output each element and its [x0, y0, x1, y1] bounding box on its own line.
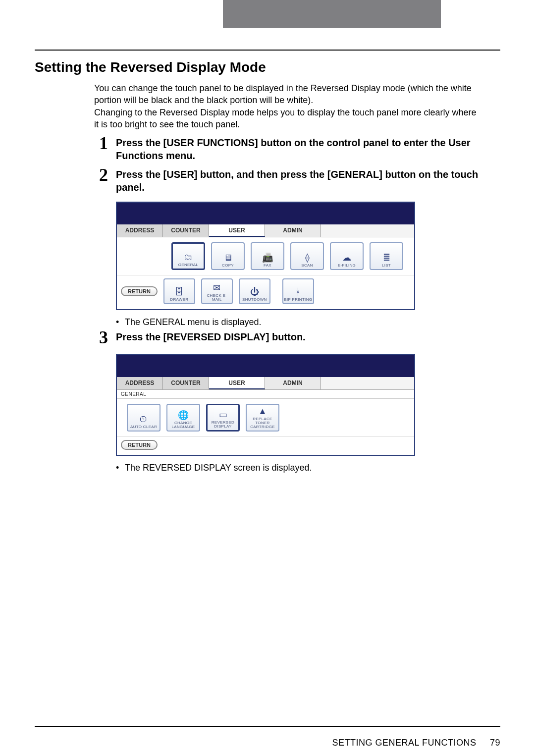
tab-admin[interactable]: ADMIN: [265, 377, 321, 389]
copy-label: COPY: [222, 264, 234, 268]
auto-clear-icon: ⏲: [136, 413, 151, 425]
replace-toner-button[interactable]: ▲ REPLACE TONER CARTRIDGE: [246, 404, 279, 432]
icon-row-2: RETURN 🗄 DRAWER ✉ CHECK E-MAIL ⏻ SHUTDOW…: [117, 275, 414, 309]
auto-clear-button[interactable]: ⏲ AUTO CLEAR: [127, 404, 160, 432]
copy-button[interactable]: 🖥 COPY: [211, 242, 245, 270]
tab-row: ADDRESS COUNTER USER ADMIN: [117, 224, 414, 237]
step-text: Press the [USER FUNCTIONS] button on the…: [116, 136, 481, 162]
tab-admin[interactable]: ADMIN: [265, 224, 321, 237]
globe-icon: 🌐: [176, 409, 191, 421]
return-button[interactable]: RETURN: [121, 440, 158, 450]
replace-toner-label: REPLACE TONER CARTRIDGE: [250, 417, 275, 429]
step-text: Press the [USER] button, and then press …: [116, 168, 481, 194]
drawer-icon: 🗄: [172, 286, 187, 298]
auto-clear-label: AUTO CLEAR: [130, 425, 157, 429]
list-icon: ≣: [379, 252, 394, 264]
reversed-display-icon: ▭: [215, 409, 230, 421]
bip-printing-label: BIP PRINTING: [284, 298, 312, 302]
icon-row: ⏲ AUTO CLEAR 🌐 CHANGE LANGUAGE ▭ REVERSE…: [117, 399, 414, 436]
touch-panel-general-menu: ADDRESS COUNTER USER ADMIN GENERAL ⏲ AUT…: [116, 354, 415, 456]
panel-titlebar: [117, 203, 414, 224]
scan-button[interactable]: ⟠ SCAN: [290, 242, 324, 270]
check-email-button[interactable]: ✉ CHECK E-MAIL: [201, 278, 233, 304]
tab-counter[interactable]: COUNTER: [163, 377, 209, 389]
efiling-icon: ☁: [339, 252, 354, 264]
bottom-row: RETURN: [117, 436, 414, 455]
tab-user[interactable]: USER: [209, 224, 265, 237]
shutdown-icon: ⏻: [247, 286, 262, 298]
step-3: 3 Press the [REVERSED DISPLAY] button.: [99, 330, 481, 346]
tab-address[interactable]: ADDRESS: [117, 377, 163, 389]
reversed-display-button[interactable]: ▭ REVERSED DISPLAY: [206, 404, 240, 432]
scan-icon: ⟠: [300, 252, 315, 264]
step-number: 1: [99, 134, 116, 152]
top-rule: [35, 50, 500, 51]
note-after-step3: The REVERSED DISPLAY screen is displayed…: [125, 463, 312, 473]
page-number: 79: [490, 738, 500, 748]
note-after-step2: The GENERAL menu is displayed.: [125, 317, 261, 327]
icon-row-1: 🗂 GENERAL 🖥 COPY 📠 FAX ⟠ SCAN ☁ E-F: [117, 237, 414, 275]
email-icon: ✉: [210, 282, 224, 294]
step-1: 1 Press the [USER FUNCTIONS] button on t…: [99, 136, 481, 162]
efiling-label: E-FILING: [338, 264, 356, 268]
general-button[interactable]: 🗂 GENERAL: [171, 242, 205, 270]
tab-counter[interactable]: COUNTER: [163, 224, 209, 237]
copy-icon: 🖥: [220, 252, 235, 264]
intro-paragraph-2: Changing to the Reversed Display mode he…: [94, 107, 481, 131]
footer-section: SETTING GENERAL FUNCTIONS: [332, 738, 477, 748]
scan-label: SCAN: [301, 264, 313, 268]
general-icon: 🗂: [181, 251, 196, 263]
reversed-display-label: REVERSED DISPLAY: [212, 421, 234, 429]
fax-button[interactable]: 📠 FAX: [251, 242, 284, 270]
step-number: 2: [99, 166, 116, 184]
page-title: Setting the Reversed Display Mode: [35, 59, 500, 75]
submenu-label: GENERAL: [117, 390, 414, 399]
tab-row: ADDRESS COUNTER USER ADMIN: [117, 377, 414, 390]
list-label: LIST: [382, 264, 391, 268]
header-gray-block: [35, 0, 500, 28]
bip-printing-button[interactable]: ᚼ BIP PRINTING: [282, 278, 314, 304]
step-text: Press the [REVERSED DISPLAY] button.: [116, 330, 306, 343]
fax-label: FAX: [264, 264, 271, 268]
return-button[interactable]: RETURN: [121, 286, 158, 296]
bullet-icon: •: [116, 463, 125, 473]
shutdown-label: SHUTDOWN: [242, 298, 267, 302]
panel-titlebar: [117, 355, 414, 377]
touch-panel-user-menu: ADDRESS COUNTER USER ADMIN 🗂 GENERAL 🖥 C…: [116, 202, 415, 310]
bluetooth-icon: ᚼ: [291, 286, 306, 298]
tab-user[interactable]: USER: [209, 377, 265, 389]
check-email-label: CHECK E-MAIL: [202, 294, 232, 302]
shutdown-button[interactable]: ⏻ SHUTDOWN: [239, 278, 270, 304]
change-language-button[interactable]: 🌐 CHANGE LANGUAGE: [166, 404, 200, 432]
list-button[interactable]: ≣ LIST: [370, 242, 403, 270]
footer-line: SETTING GENERAL FUNCTIONS 79: [35, 738, 500, 748]
step-2: 2 Press the [USER] button, and then pres…: [99, 168, 481, 194]
footer-rule: [35, 726, 500, 727]
tab-address[interactable]: ADDRESS: [117, 224, 163, 237]
step-number: 3: [99, 328, 116, 346]
efiling-button[interactable]: ☁ E-FILING: [330, 242, 364, 270]
drawer-label: DRAWER: [170, 298, 188, 302]
intro-paragraph-1: You can change the touch panel to be dis…: [94, 82, 481, 107]
toner-icon: ▲: [255, 405, 270, 417]
drawer-button[interactable]: 🗄 DRAWER: [163, 278, 195, 304]
change-language-label: CHANGE LANGUAGE: [172, 421, 195, 429]
fax-icon: 📠: [260, 252, 275, 264]
general-label: GENERAL: [178, 263, 198, 267]
bullet-icon: •: [116, 317, 125, 327]
